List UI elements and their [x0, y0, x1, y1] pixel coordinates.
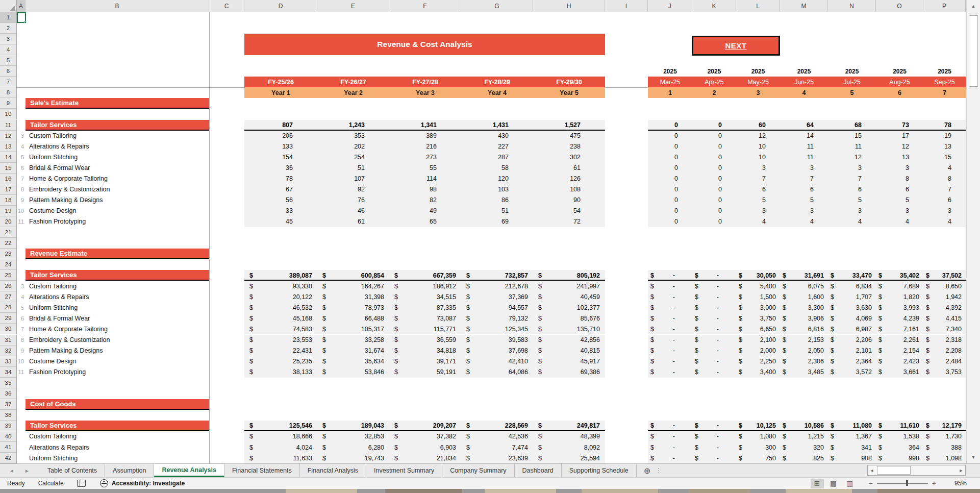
cell[interactable]: $- — [692, 431, 736, 442]
row-header-32[interactable]: 32 — [0, 346, 17, 356]
cell[interactable]: $21,834 — [389, 453, 461, 463]
fy-header-FY-27/28[interactable]: FY-27/28 — [389, 77, 461, 87]
scroll-right-icon[interactable]: ► — [957, 468, 965, 473]
cell[interactable]: $- — [648, 356, 692, 367]
cell[interactable]: 107 — [317, 174, 389, 184]
year-header-Year 4[interactable]: Year 4 — [461, 87, 533, 98]
month-number-header[interactable]: 5 — [828, 87, 876, 98]
zoom-slider[interactable] — [877, 483, 928, 483]
cell[interactable]: 1,243 — [317, 120, 389, 131]
cell[interactable]: $6,834 — [828, 281, 876, 291]
tab-overflow-dots-icon[interactable]: ⋮ — [656, 464, 665, 477]
title-banner-cell[interactable]: Revenue & Cost Analysis — [244, 34, 605, 55]
cell[interactable]: $22,431 — [244, 346, 317, 356]
item-label[interactable]: Home & Corporate Tailoring — [29, 174, 205, 184]
cell[interactable]: 0 — [692, 216, 736, 227]
cell[interactable]: $2,153 — [780, 335, 828, 346]
cell[interactable]: $79,132 — [461, 313, 533, 324]
cell[interactable]: $- — [692, 421, 736, 431]
cell[interactable]: $59,191 — [389, 367, 461, 378]
cell[interactable]: $212,678 — [461, 281, 533, 291]
cell[interactable]: $2,306 — [780, 356, 828, 367]
month-header-Apr-25[interactable]: Apr-25 — [692, 77, 736, 87]
item-label[interactable]: Home & Corporate Tailoring — [29, 324, 205, 334]
cell[interactable]: 133 — [244, 141, 317, 152]
row-header-5[interactable]: 5 — [0, 55, 17, 66]
sheet-tab-revenue-analysis[interactable]: Revenue Analysis — [154, 464, 224, 477]
group-header-band[interactable]: Tailor Services — [26, 120, 209, 131]
fy-header-FY-28/29[interactable]: FY-28/29 — [461, 77, 533, 87]
item-label[interactable]: Custom Tailoring — [29, 131, 205, 141]
cell[interactable]: $12,179 — [923, 421, 966, 431]
cell[interactable]: $732,857 — [461, 270, 533, 281]
cell[interactable]: $1,367 — [828, 431, 876, 442]
cell[interactable]: 389 — [389, 131, 461, 141]
year-header-Year 2[interactable]: Year 2 — [317, 87, 389, 98]
cell[interactable]: 475 — [533, 131, 605, 141]
cell[interactable]: $2,154 — [876, 346, 923, 356]
cell[interactable]: 3 — [780, 206, 828, 216]
cell[interactable]: $78,973 — [317, 302, 389, 313]
cell[interactable]: 108 — [533, 184, 605, 195]
cell[interactable]: $11,610 — [876, 421, 923, 431]
cell[interactable]: $388 — [923, 442, 966, 453]
cell[interactable]: 0 — [692, 120, 736, 131]
item-label[interactable]: Pattern Making & Designs — [29, 195, 205, 206]
cell[interactable]: 33 — [244, 206, 317, 216]
cell[interactable]: $35,634 — [317, 356, 389, 367]
cell[interactable]: 254 — [317, 152, 389, 163]
cell[interactable]: $805,192 — [533, 270, 605, 281]
cell[interactable]: $4,415 — [923, 313, 966, 324]
row-header-38[interactable]: 38 — [0, 410, 17, 421]
cell[interactable]: 0 — [692, 141, 736, 152]
cell[interactable]: 76 — [317, 195, 389, 206]
cell[interactable]: $37,502 — [923, 270, 966, 281]
row-header-11[interactable]: 11 — [0, 120, 17, 131]
horizontal-scrollbar-thumb[interactable] — [877, 466, 911, 475]
cell[interactable]: $34,818 — [389, 346, 461, 356]
row-header-25[interactable]: 25 — [0, 270, 17, 281]
cell[interactable]: 3 — [828, 206, 876, 216]
cell[interactable]: $3,993 — [876, 302, 923, 313]
group-header-band[interactable]: Tailor Services — [26, 421, 209, 431]
horizontal-scrollbar[interactable]: ◄ ► — [867, 465, 966, 476]
cell[interactable]: 4 — [923, 216, 966, 227]
cell[interactable]: 78 — [244, 174, 317, 184]
cell[interactable]: $105,317 — [317, 324, 389, 334]
cell[interactable]: 90 — [533, 195, 605, 206]
cell[interactable]: $2,250 — [736, 356, 780, 367]
cell[interactable]: $40,815 — [533, 346, 605, 356]
sheet-tab-table-of-contents[interactable]: Table of Contents — [40, 464, 105, 477]
cell[interactable]: 103 — [461, 184, 533, 195]
cell[interactable]: 51 — [461, 206, 533, 216]
cell[interactable]: $- — [648, 313, 692, 324]
item-label[interactable]: Custom Tailoring — [29, 281, 205, 291]
column-header-C[interactable]: C — [209, 0, 244, 12]
section-header-band[interactable]: Cost of Goods — [26, 399, 209, 410]
cell[interactable]: 36 — [244, 163, 317, 174]
cell[interactable]: $1,942 — [923, 291, 966, 302]
cell[interactable]: 5 — [780, 195, 828, 206]
cell[interactable]: $- — [648, 421, 692, 431]
row-header-19[interactable]: 19 — [0, 206, 17, 216]
row-header-23[interactable]: 23 — [0, 249, 17, 259]
cell[interactable]: $- — [692, 367, 736, 378]
row-header-42[interactable]: 42 — [0, 453, 17, 463]
cell[interactable]: $750 — [736, 453, 780, 463]
cell[interactable]: $8,650 — [923, 281, 966, 291]
row-header-6[interactable]: 6 — [0, 66, 17, 77]
cell[interactable]: 126 — [533, 174, 605, 184]
row-header-9[interactable]: 9 — [0, 98, 17, 109]
cell[interactable]: $31,674 — [317, 346, 389, 356]
cell[interactable]: 238 — [533, 141, 605, 152]
cell[interactable]: $249,817 — [533, 421, 605, 431]
cell[interactable]: 45 — [244, 216, 317, 227]
cell[interactable]: $6,816 — [780, 324, 828, 334]
scroll-up-icon[interactable]: ▲ — [968, 1, 978, 11]
cell[interactable]: $3,300 — [780, 302, 828, 313]
cell[interactable]: $341 — [828, 442, 876, 453]
cell[interactable]: $- — [648, 442, 692, 453]
cell[interactable]: 287 — [461, 152, 533, 163]
cell[interactable]: 0 — [692, 184, 736, 195]
cell[interactable]: 3 — [876, 163, 923, 174]
